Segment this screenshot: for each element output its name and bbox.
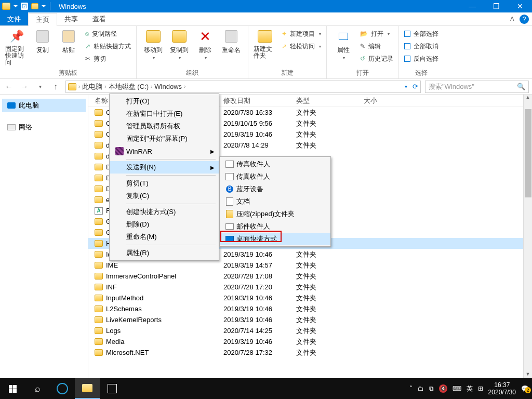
sidebar-item-network[interactable]: 网络 [2, 121, 86, 134]
moveto-button[interactable]: 移动到▾ [142, 28, 165, 60]
pin-quickaccess-button[interactable]: 📌 固定到快速访问 [5, 28, 28, 66]
qat-newfolder-icon[interactable] [31, 3, 38, 9]
invertselect-button[interactable]: 反向选择 [404, 53, 438, 64]
sendto-desktop[interactable]: 桌面快捷方式 [220, 233, 330, 245]
folder-icon [95, 218, 103, 225]
search-input[interactable]: 搜索"Windows" 🔍 [425, 81, 529, 93]
newitem-button[interactable]: ✦新建项目▾ [282, 28, 321, 39]
tray-clock[interactable]: 16:37 2020/7/30 [488, 381, 516, 396]
file-row[interactable]: IME2019/3/19 14:57文件夹 [88, 260, 532, 271]
sendto-bluetooth[interactable]: B蓝牙设备 [220, 183, 330, 195]
refresh-button[interactable]: ⟳ [413, 83, 418, 90]
cut-button[interactable]: ✂剪切 [85, 53, 131, 64]
sendto-fax2[interactable]: 传真收件人 [220, 170, 330, 183]
addr-dropdown-icon[interactable]: ▾ [405, 84, 407, 89]
ctx-open[interactable]: 打开(O) [110, 95, 219, 108]
ctx-take-ownership[interactable]: 管理员取得所有权 [110, 120, 219, 132]
newfolder-button[interactable]: 新建文件夹 [254, 28, 276, 59]
rename-button[interactable]: 重命名 [220, 28, 243, 60]
edit-button[interactable]: ✎编辑 [360, 41, 393, 52]
close-button[interactable]: ✕ [508, 0, 532, 12]
ctx-pin-start[interactable]: 固定到"开始"屏幕(P) [110, 132, 219, 145]
ctx-cut[interactable]: 剪切(T) [110, 177, 219, 190]
col-size[interactable]: 大小 [364, 96, 416, 105]
taskbar-search[interactable]: ⌕ [25, 378, 50, 399]
ctx-sendto[interactable]: 发送到(N)▶ [110, 161, 219, 174]
tab-file[interactable]: 文件 [0, 12, 28, 25]
file-row[interactable]: Logs2020/7/14 14:25文件夹 [88, 325, 532, 336]
maximize-button[interactable]: ❐ [484, 0, 508, 12]
tray-extra-icon[interactable]: ⊞ [478, 385, 483, 392]
file-row[interactable]: ImmersiveControlPanel2020/7/28 17:08文件夹 [88, 271, 532, 282]
history-button[interactable]: ↺历史记录 [360, 53, 393, 64]
taskbar-explorer[interactable] [75, 378, 100, 399]
scroll-up-button[interactable]: ▲ [524, 95, 532, 103]
tab-share[interactable]: 共享 [57, 12, 85, 25]
file-date: 2020/7/8 14:29 [223, 141, 296, 149]
tray-ime[interactable]: 英 [467, 384, 473, 393]
tray-notifications[interactable]: 💬2 [521, 385, 529, 392]
ctx-create-shortcut[interactable]: 创建快捷方式(S) [110, 206, 219, 218]
scroll-thumb[interactable] [525, 109, 531, 197]
winrar-icon [115, 147, 124, 155]
forward-button[interactable]: → [19, 82, 30, 91]
tray-network-icon[interactable]: ⧉ [429, 385, 434, 392]
ctx-properties[interactable]: 属性(R) [110, 247, 219, 259]
copy-button[interactable]: 复制 [31, 28, 54, 66]
file-row[interactable]: Media2019/3/19 10:46文件夹 [88, 336, 532, 347]
tray-keyboard-icon[interactable]: ⌨ [453, 385, 461, 392]
store-icon [108, 384, 117, 393]
crumb-thispc[interactable]: 此电脑 [82, 82, 102, 91]
crumb-drive[interactable]: 本地磁盘 (C:) [109, 82, 149, 91]
sendto-zip[interactable]: 压缩(zipped)文件夹 [220, 208, 330, 220]
address-bar[interactable]: › 此电脑 › 本地磁盘 (C:) › Windows › ▾ ⟳ [65, 81, 421, 93]
sendto-mail[interactable]: 邮件收件人 [220, 220, 330, 233]
qat-customize-icon[interactable] [42, 5, 46, 7]
ctx-rename[interactable]: 重命名(M) [110, 231, 219, 243]
tab-view[interactable]: 查看 [85, 12, 113, 25]
ctx-copy[interactable]: 复制(C) [110, 190, 219, 202]
file-row[interactable]: INF2020/7/28 17:20文件夹 [88, 282, 532, 292]
scrollbar[interactable]: ▲ ▼ [523, 95, 532, 380]
start-button[interactable] [0, 378, 25, 399]
ctx-winrar[interactable]: WinRAR▶ [110, 145, 219, 157]
delete-button[interactable]: ✕删除▾ [194, 28, 217, 60]
ctx-delete[interactable]: 删除(D) [110, 218, 219, 231]
ribbon-collapse-icon[interactable]: ᐱ [510, 16, 514, 22]
paste-button[interactable]: 粘贴 [57, 28, 80, 66]
tray-overflow-icon[interactable]: ˄ [409, 385, 413, 392]
col-type[interactable]: 类型 [296, 96, 364, 105]
copyto-button[interactable]: 复制到▾ [168, 28, 191, 60]
recent-dropdown[interactable]: ▾ [34, 84, 46, 89]
ctx-open-new-window[interactable]: 在新窗口中打开(E) [110, 108, 219, 120]
tray-battery-icon[interactable]: 🗀 [418, 385, 424, 392]
taskbar-edge[interactable] [50, 378, 75, 399]
copypath-button[interactable]: ⎋复制路径 [85, 28, 131, 39]
tray-volume-icon[interactable]: 🔇 [439, 384, 447, 393]
selectall-button[interactable]: 全部选择 [404, 28, 438, 39]
crumb-folder[interactable]: Windows [154, 83, 182, 90]
back-button[interactable]: ← [3, 82, 15, 91]
file-row[interactable]: LiveKernelReports2019/3/19 10:46文件夹 [88, 314, 532, 325]
pasteshortcut-button[interactable]: ↗粘贴快捷方式 [85, 41, 131, 52]
open-button[interactable]: 📂打开▾ [360, 28, 393, 39]
file-row[interactable]: L2Schemas2019/3/19 10:46文件夹 [88, 303, 532, 314]
help-button[interactable]: ? [520, 15, 529, 24]
qat-dropdown-icon[interactable] [14, 5, 18, 7]
folder-icon [95, 316, 103, 323]
easyaccess-button[interactable]: ↗轻松访问▾ [282, 41, 321, 52]
file-row[interactable]: Microsoft.NET2020/7/28 17:32文件夹 [88, 347, 532, 358]
col-date[interactable]: 修改日期 [223, 96, 296, 105]
file-name: L2Schemas [106, 305, 142, 313]
tab-home[interactable]: 主页 [28, 13, 57, 26]
up-button[interactable]: ↑ [50, 82, 61, 91]
sidebar-item-thispc[interactable]: 此电脑 [2, 99, 86, 112]
properties-button[interactable]: 属性▾ [332, 28, 355, 64]
selectnone-button[interactable]: 全部取消 [404, 41, 438, 52]
sendto-fax1[interactable]: 传真收件人 [220, 158, 330, 170]
minimize-button[interactable]: — [460, 0, 484, 12]
sendto-documents[interactable]: 文档 [220, 195, 330, 208]
file-row[interactable]: InputMethod2019/3/19 10:46文件夹 [88, 292, 532, 303]
qat-properties-icon[interactable]: ☑ [21, 3, 28, 10]
taskbar-store[interactable] [100, 378, 125, 399]
